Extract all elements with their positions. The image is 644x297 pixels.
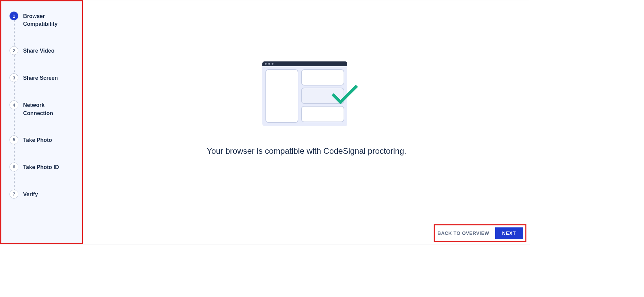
step-label: Verify [23,190,38,198]
step-number-badge: 6 [10,163,18,171]
svg-rect-2 [262,64,347,66]
step-label: Take Photo [23,135,52,144]
step-number-badge: 3 [10,73,18,82]
main-content: Your browser is compatible with CodeSign… [83,0,530,244]
steps-sidebar: 1 Browser Compatibility 2 Share Video 3 … [0,0,83,244]
steps-list: 1 Browser Compatibility 2 Share Video 3 … [10,12,76,199]
step-browser-compatibility[interactable]: 1 Browser Compatibility [10,12,76,28]
back-to-overview-button[interactable]: BACK TO OVERVIEW [437,230,489,236]
step-take-photo[interactable]: 5 Take Photo [10,135,76,144]
step-connector [14,55,15,73]
step-label: Network Connection [23,100,74,117]
next-button[interactable]: NEXT [495,227,523,239]
svg-rect-6 [266,70,298,123]
svg-rect-7 [301,70,344,85]
svg-rect-9 [301,106,344,122]
step-label: Browser Compatibility [23,12,74,28]
compatibility-headline: Your browser is compatible with CodeSign… [207,146,406,156]
footer-actions: BACK TO OVERVIEW NEXT [434,224,526,242]
body-row: 1 Browser Compatibility 2 Share Video 3 … [0,0,530,244]
app-window: 1 Browser Compatibility 2 Share Video 3 … [0,0,530,244]
step-connector [14,109,15,135]
step-label: Share Screen [23,73,58,82]
step-network-connection[interactable]: 4 Network Connection [10,100,76,117]
step-number-badge: 4 [10,100,18,109]
step-share-video[interactable]: 2 Share Video [10,46,76,55]
browser-window-icon [262,61,361,133]
step-verify[interactable]: 7 Verify [10,190,76,199]
step-connector [14,82,15,100]
browser-compatible-illustration [262,61,351,129]
step-take-photo-id[interactable]: 6 Take Photo ID [10,163,76,171]
svg-point-3 [265,63,266,64]
step-number-badge: 5 [10,135,18,144]
step-connector [14,20,15,46]
step-number-badge: 7 [10,190,18,199]
svg-point-4 [268,63,270,64]
step-connector [14,144,15,163]
step-number-badge: 2 [10,46,18,55]
step-share-screen[interactable]: 3 Share Screen [10,73,76,82]
step-number-badge: 1 [10,12,18,20]
step-label: Take Photo ID [23,163,59,171]
step-label: Share Video [23,46,54,55]
step-connector [14,171,15,190]
svg-point-5 [272,63,273,64]
